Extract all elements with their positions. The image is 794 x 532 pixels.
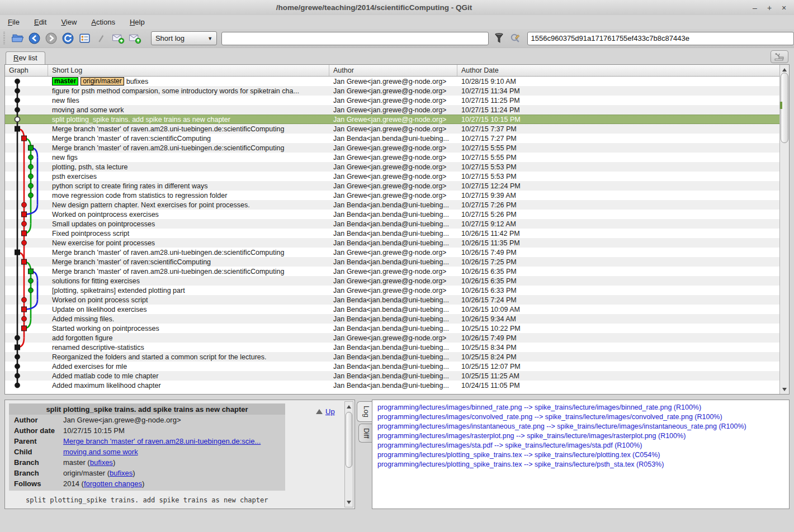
- scroll-up-icon[interactable]: [345, 402, 353, 411]
- commit-link[interactable]: Merge branch 'master' of raven.am28.uni-…: [63, 437, 261, 445]
- author-cell: Jan Benda<jan.benda@uni-tuebing...: [329, 315, 457, 323]
- commit-row[interactable]: Merge branch 'master' of raven.am28.uni-…: [5, 124, 779, 134]
- commit-row[interactable]: Worked on point process scriptJan Benda<…: [5, 295, 779, 305]
- view-mode-select[interactable]: Short log ▼: [151, 31, 217, 45]
- commit-detail-panel: split plotting_spike trains. add spike t…: [4, 400, 355, 509]
- commit-row[interactable]: Added exercises for mleJan Benda<jan.ben…: [5, 362, 779, 371]
- commit-row[interactable]: psth exercisesJan Grewe<jan.grewe@g-node…: [5, 172, 779, 181]
- commit-row[interactable]: Merge branch 'master' of raven.am28.uni-…: [5, 267, 779, 276]
- short-log-cell: Added matlab code to mle chapter: [48, 372, 329, 380]
- commit-row[interactable]: split plotting_spike trains. add spike t…: [5, 115, 779, 124]
- minimize-icon[interactable]: –: [748, 2, 762, 13]
- commit-row[interactable]: Fixed pointprocess scriptJan Benda<jan.b…: [5, 229, 779, 238]
- up-control[interactable]: Up: [316, 407, 335, 416]
- commit-link[interactable]: forgotten changes: [84, 479, 142, 488]
- scrollbar-thumb[interactable]: [346, 412, 352, 468]
- column-header-author[interactable]: Author: [329, 65, 457, 76]
- sha-input[interactable]: [527, 32, 794, 45]
- commit-row[interactable]: [plotting, spiketrains] extended plottin…: [5, 286, 779, 295]
- commit-row[interactable]: solutions for fitting exercisesJan Grewe…: [5, 276, 779, 286]
- commit-row[interactable]: Added matlab code to mle chapterJan Bend…: [5, 371, 779, 381]
- commit-row[interactable]: Small updates on pointprocessesJan Benda…: [5, 219, 779, 229]
- commit-row[interactable]: Reorganized the folders and started a co…: [5, 352, 779, 362]
- commit-row[interactable]: moving and some workJan Grewe<jan.grewe@…: [5, 105, 779, 115]
- author-date-cell: 10/27/15 5:26 PM: [457, 211, 779, 218]
- author-date-cell: 10/26/15 6:35 PM: [457, 277, 779, 285]
- diff-file-line[interactable]: programming/lectures/plotting_spike_trai…: [377, 450, 789, 460]
- diff-file-line[interactable]: programming/lectures/plotting_spike_trai…: [377, 460, 789, 469]
- tab-log[interactable]: Log: [357, 401, 372, 422]
- detail-field: ParentMerge branch 'master' of raven.am2…: [9, 436, 285, 446]
- menu-file[interactable]: File: [8, 18, 20, 26]
- detail-scrollbar[interactable]: [344, 401, 353, 507]
- commit-row[interactable]: new filesJan Grewe<jan.grewe@g-node.org>…: [5, 96, 779, 105]
- short-log-cell: move regression code from statistics to …: [48, 192, 329, 200]
- menu-actions[interactable]: Actions: [91, 18, 115, 26]
- forward-icon[interactable]: [44, 31, 58, 45]
- column-header-author-date[interactable]: Author Date: [457, 65, 779, 76]
- commit-row[interactable]: Merge branch 'master' of raven:scientifi…: [5, 134, 779, 143]
- commit-row[interactable]: figure for psth method comparsion, some …: [5, 86, 779, 96]
- diff-file-line[interactable]: programming/lectures/images/binned_rate.…: [377, 403, 789, 412]
- commit-row[interactable]: new figsJan Grewe<jan.grewe@g-node.org>1…: [5, 153, 779, 162]
- commit-row[interactable]: Merge branch 'master' of raven:scientifi…: [5, 257, 779, 267]
- commit-row[interactable]: add forgotten figureJan Grewe<jan.grewe@…: [5, 333, 779, 343]
- scroll-down-icon[interactable]: [345, 498, 353, 506]
- author-cell: Jan Grewe<jan.grewe@g-node.org>: [329, 287, 457, 294]
- detach-tab-button[interactable]: [771, 50, 788, 63]
- commit-row[interactable]: Merge branch 'master' of raven.am28.uni-…: [5, 248, 779, 257]
- diff-file-line[interactable]: programming/lectures/images/rasterplot.p…: [377, 431, 789, 441]
- author-cell: Jan Grewe<jan.grewe@g-node.org>: [329, 97, 457, 104]
- author-date-cell: 10/26/15 6:33 PM: [457, 287, 779, 294]
- commit-subject: Reorganized the folders and started a co…: [52, 353, 267, 361]
- tab-rev-list[interactable]: Rev list: [6, 51, 45, 64]
- wand-icon[interactable]: [94, 31, 108, 45]
- filter-input[interactable]: [221, 32, 488, 45]
- commit-row[interactable]: python script to create firing rates in …: [5, 181, 779, 191]
- commit-row[interactable]: Update on likelihood exercisesJan Benda<…: [5, 305, 779, 314]
- commit-row[interactable]: Started working on pointprocessesJan Ben…: [5, 324, 779, 333]
- back-icon[interactable]: [27, 31, 41, 45]
- open-folder-icon[interactable]: [11, 31, 25, 45]
- commit-link[interactable]: moving and some work: [63, 448, 138, 456]
- up-link[interactable]: Up: [325, 407, 335, 416]
- maximize-icon[interactable]: +: [763, 2, 776, 13]
- scroll-down-icon[interactable]: [780, 385, 789, 393]
- short-log-cell: Merge branch 'master' of raven:scientifi…: [48, 258, 329, 266]
- commit-row[interactable]: New design pattern chapter. Next exercis…: [5, 200, 779, 210]
- commit-row[interactable]: New exercise for point processesJan Bend…: [5, 238, 779, 248]
- commit-row[interactable]: Added missing files.Jan Benda<jan.benda@…: [5, 314, 779, 324]
- menu-view[interactable]: View: [61, 18, 77, 26]
- diff-file-line[interactable]: programming/lectures/images/instantaneou…: [377, 422, 789, 431]
- menu-help[interactable]: Help: [130, 18, 145, 26]
- graph-cell: [5, 124, 48, 134]
- commit-row[interactable]: plotting, psth, sta lectureJan Grewe<jan…: [5, 162, 779, 172]
- author-cell: Jan Benda<jan.benda@uni-tuebing...: [329, 211, 457, 218]
- commit-link[interactable]: bufixes: [110, 469, 133, 477]
- revlist-scrollbar[interactable]: [779, 65, 789, 394]
- search-sha-icon[interactable]: [509, 32, 522, 45]
- view-list-icon[interactable]: [78, 31, 92, 45]
- close-icon[interactable]: ×: [777, 2, 791, 13]
- column-header-graph[interactable]: Graph: [5, 65, 48, 76]
- commit-row[interactable]: Worked on pointprocess exercisesJan Bend…: [5, 210, 779, 219]
- apply-patch-icon[interactable]: [128, 31, 142, 45]
- table-header: Graph Short Log Author Author Date: [5, 65, 779, 77]
- tab-diff[interactable]: Diff: [358, 424, 372, 443]
- commit-row[interactable]: masterorigin/masterbufixesJan Grewe<jan.…: [5, 77, 779, 86]
- menu-edit[interactable]: Edit: [34, 18, 46, 26]
- diff-file-line[interactable]: programming/lectures/images/convolved_ra…: [377, 412, 789, 422]
- commit-row[interactable]: Merge branch 'master' of raven.am28.uni-…: [5, 143, 779, 153]
- column-header-short-log[interactable]: Short Log: [48, 65, 329, 76]
- detail-field-label: Follows: [14, 479, 63, 488]
- commit-row[interactable]: move regression code from statistics to …: [5, 191, 779, 200]
- short-log-cell: Fixed pointprocess script: [48, 230, 329, 238]
- filter-funnel-icon[interactable]: [494, 32, 504, 44]
- commit-link[interactable]: bufixes: [90, 458, 113, 467]
- reload-icon[interactable]: [61, 31, 75, 45]
- save-patch-icon[interactable]: [111, 31, 125, 45]
- commit-row[interactable]: renamed descriptive-statisticsJan Benda<…: [5, 343, 779, 352]
- diff-file-line[interactable]: programming/lectures/images/sta.pdf --> …: [377, 441, 789, 450]
- author-cell: Jan Benda<jan.benda@uni-tuebing...: [329, 296, 457, 304]
- commit-row[interactable]: Added maximum likelihood chapterJan Bend…: [5, 381, 779, 390]
